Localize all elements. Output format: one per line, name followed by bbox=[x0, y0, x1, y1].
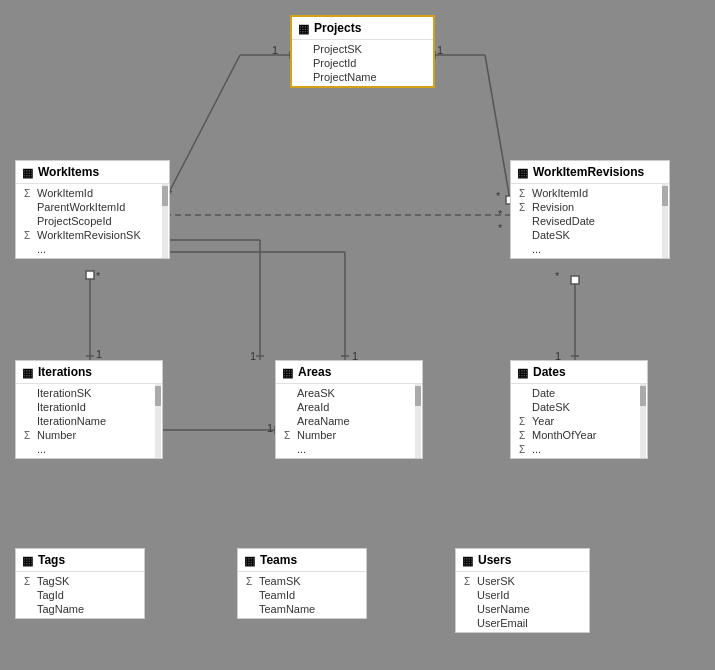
field-userid: UserId bbox=[456, 588, 589, 602]
field-areaid: AreaId bbox=[276, 400, 414, 414]
field-projectid: ProjectId bbox=[292, 56, 433, 70]
field-tagid: TagId bbox=[16, 588, 144, 602]
field-projectsk: ProjectSK bbox=[292, 42, 433, 56]
table-users-header: ▦ Users bbox=[456, 549, 589, 572]
field-wir-datesk: DateSK bbox=[511, 228, 661, 242]
field-iterationsk: IterationSK bbox=[16, 386, 154, 400]
table-tags-name: Tags bbox=[38, 553, 65, 567]
table-projects-body: ProjectSK ProjectId ProjectName bbox=[292, 40, 433, 86]
table-users[interactable]: ▦ Users Σ UserSK UserId UserName UserEma… bbox=[455, 548, 590, 633]
field-iterationname: IterationName bbox=[16, 414, 154, 428]
table-icon-dates: ▦ bbox=[517, 366, 529, 378]
field-workitemrevisionsk: Σ WorkItemRevisionSK bbox=[16, 228, 161, 242]
field-iter-more: ... bbox=[16, 442, 154, 456]
field-areask: AreaSK bbox=[276, 386, 414, 400]
table-teams-header: ▦ Teams bbox=[238, 549, 366, 572]
table-icon-workitems: ▦ bbox=[22, 166, 34, 178]
table-icon-projects: ▦ bbox=[298, 22, 310, 34]
field-date: Date bbox=[511, 386, 639, 400]
field-datesk: DateSK bbox=[511, 400, 639, 414]
field-wi-more: ... bbox=[16, 242, 161, 256]
table-icon-wir: ▦ bbox=[517, 166, 529, 178]
rel-label-areas-iter-1: 1 bbox=[267, 422, 273, 434]
table-tags-body: Σ TagSK TagId TagName bbox=[16, 572, 144, 618]
svg-rect-21 bbox=[571, 276, 579, 284]
table-teams[interactable]: ▦ Teams Σ TeamSK TeamId TeamName bbox=[237, 548, 367, 619]
svg-rect-10 bbox=[86, 271, 94, 279]
field-parentworkitemid: ParentWorkItemId bbox=[16, 200, 161, 214]
field-areas-more: ... bbox=[276, 442, 414, 456]
table-dates-name: Dates bbox=[533, 365, 566, 379]
table-iterations-header: ▦ Iterations bbox=[16, 361, 162, 384]
table-projects-header: ▦ Projects bbox=[292, 17, 433, 40]
field-projectname: ProjectName bbox=[292, 70, 433, 84]
table-users-name: Users bbox=[478, 553, 511, 567]
table-tags-header: ▦ Tags bbox=[16, 549, 144, 572]
table-icon-teams: ▦ bbox=[244, 554, 256, 566]
table-projects[interactable]: ▦ Projects ProjectSK ProjectId ProjectNa… bbox=[290, 15, 435, 88]
field-tagname: TagName bbox=[16, 602, 144, 616]
field-iterationid: IterationId bbox=[16, 400, 154, 414]
table-areas-header: ▦ Areas bbox=[276, 361, 422, 384]
field-areas-number: Σ Number bbox=[276, 428, 414, 442]
rel-label-wi-iter-1: 1 bbox=[96, 348, 102, 360]
table-dates[interactable]: ▦ Dates Date DateSK Σ Year Σ MonthOfYear… bbox=[510, 360, 648, 459]
table-dates-header: ▦ Dates bbox=[511, 361, 647, 384]
rel-label-areas-1: 1 bbox=[250, 350, 256, 362]
rel-label-wir-star: * bbox=[496, 190, 500, 202]
table-teams-body: Σ TeamSK TeamId TeamName bbox=[238, 572, 366, 618]
table-workitems-name: WorkItems bbox=[38, 165, 99, 179]
table-icon-iterations: ▦ bbox=[22, 366, 34, 378]
rel-label-wi-wir-right: * bbox=[498, 208, 502, 220]
rel-label-wi-iter-star: * bbox=[96, 270, 100, 282]
field-teamid: TeamId bbox=[238, 588, 366, 602]
table-wir-body: Σ WorkItemId Σ Revision RevisedDate Date… bbox=[511, 184, 669, 258]
table-workitemrevisions-header: ▦ WorkItemRevisions bbox=[511, 161, 669, 184]
table-teams-name: Teams bbox=[260, 553, 297, 567]
rel-label-wi-wir-dashed-right: * bbox=[498, 222, 502, 234]
table-iterations[interactable]: ▦ Iterations IterationSK IterationId Ite… bbox=[15, 360, 163, 459]
rel-label-projects-wir-1: 1 bbox=[437, 44, 443, 56]
table-iterations-body: IterationSK IterationId IterationName Σ … bbox=[16, 384, 162, 458]
table-projects-name: Projects bbox=[314, 21, 361, 35]
table-icon-tags: ▦ bbox=[22, 554, 34, 566]
rel-label-wir-dates-star: * bbox=[555, 270, 559, 282]
table-users-body: Σ UserSK UserId UserName UserEmail bbox=[456, 572, 589, 632]
field-tagsk: Σ TagSK bbox=[16, 574, 144, 588]
field-teamsk: Σ TeamSK bbox=[238, 574, 366, 588]
rel-label-projects-wi-1: 1 bbox=[272, 44, 278, 56]
field-year: Σ Year bbox=[511, 414, 639, 428]
table-areas-body: AreaSK AreaId AreaName Σ Number ... bbox=[276, 384, 422, 458]
table-tags[interactable]: ▦ Tags Σ TagSK TagId TagName bbox=[15, 548, 145, 619]
table-icon-users: ▦ bbox=[462, 554, 474, 566]
field-areaname: AreaName bbox=[276, 414, 414, 428]
field-useremail: UserEmail bbox=[456, 616, 589, 630]
field-projectscopeid: ProjectScopeId bbox=[16, 214, 161, 228]
field-wir-revision: Σ Revision bbox=[511, 200, 661, 214]
svg-line-1 bbox=[165, 55, 240, 200]
field-wir-workitemid: Σ WorkItemId bbox=[511, 186, 661, 200]
field-wir-reviseddate: RevisedDate bbox=[511, 214, 661, 228]
table-workitems[interactable]: ▦ WorkItems Σ WorkItemId ParentWorkItemI… bbox=[15, 160, 170, 259]
table-workitemrevisions[interactable]: ▦ WorkItemRevisions Σ WorkItemId Σ Revis… bbox=[510, 160, 670, 259]
table-dates-body: Date DateSK Σ Year Σ MonthOfYear Σ ... bbox=[511, 384, 647, 458]
field-iter-number: Σ Number bbox=[16, 428, 154, 442]
table-areas[interactable]: ▦ Areas AreaSK AreaId AreaName Σ Number bbox=[275, 360, 423, 459]
diagram-canvas: 1 * 1 * 1 * * * * 1 * 1 * 1 * 1 1 1 ▦ Pr… bbox=[0, 0, 715, 670]
field-workitemid: Σ WorkItemId bbox=[16, 186, 161, 200]
table-wir-name: WorkItemRevisions bbox=[533, 165, 644, 179]
table-workitems-header: ▦ WorkItems bbox=[16, 161, 169, 184]
table-areas-name: Areas bbox=[298, 365, 331, 379]
field-teamname: TeamName bbox=[238, 602, 366, 616]
svg-line-5 bbox=[485, 55, 510, 200]
table-workitems-body: Σ WorkItemId ParentWorkItemId ProjectSco… bbox=[16, 184, 169, 258]
table-iterations-name: Iterations bbox=[38, 365, 92, 379]
field-username: UserName bbox=[456, 602, 589, 616]
field-monthofyear: Σ MonthOfYear bbox=[511, 428, 639, 442]
field-wir-more: ... bbox=[511, 242, 661, 256]
field-dates-more: Σ ... bbox=[511, 442, 639, 456]
field-usersk: Σ UserSK bbox=[456, 574, 589, 588]
table-icon-areas: ▦ bbox=[282, 366, 294, 378]
